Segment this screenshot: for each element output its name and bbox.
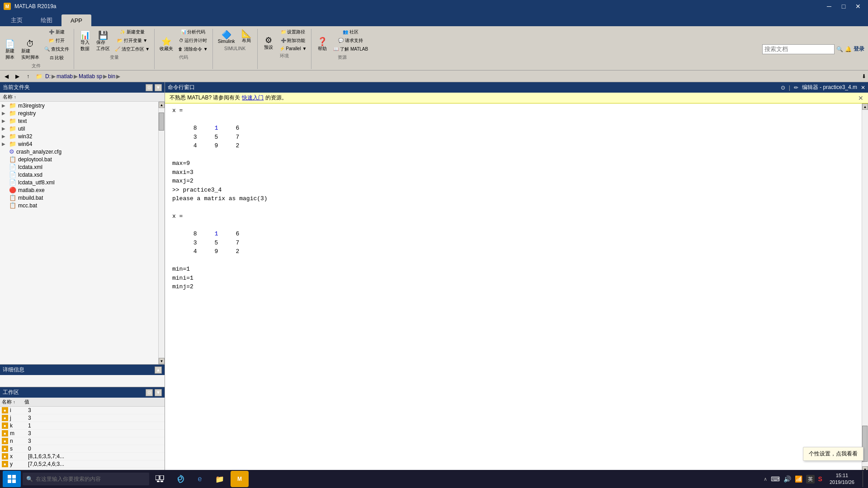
list-item[interactable]: 📄 lcdata_utf8.xml	[0, 178, 158, 186]
clear-cmd-button[interactable]: 🗑 清除命令 ▼	[176, 45, 209, 53]
favorites-button[interactable]: ⭐ 收藏夹	[157, 36, 175, 53]
request-support-button[interactable]: 💬 请求支持	[331, 37, 370, 45]
notice-close-button[interactable]: ✕	[858, 94, 863, 102]
list-item[interactable]: 📄 lcdata.xsd	[0, 171, 158, 178]
list-item[interactable]: ▶ 📁 util	[0, 125, 158, 132]
task-view-button[interactable]	[151, 471, 169, 487]
list-item[interactable]: 📄 lcdata.xml	[0, 163, 158, 171]
details-expand-button[interactable]: ▲	[155, 366, 162, 374]
new-var-button[interactable]: ✨ 新建变量	[113, 28, 151, 36]
taskbar-clock[interactable]: 15:11 2019/10/26	[826, 472, 858, 486]
learn-matlab-button[interactable]: 📖 了解 MATLAB	[331, 45, 370, 53]
list-item[interactable]: 📋 mcc.bat	[0, 202, 158, 209]
ws-item-n[interactable]: ■ n 3	[0, 437, 165, 445]
ws-name-col[interactable]: 名称 ↑	[2, 399, 24, 405]
address-expand-icon[interactable]: ⬇	[862, 73, 866, 80]
sogou-icon[interactable]: S	[818, 475, 822, 483]
preferences-button[interactable]: ⚙ 预设	[260, 35, 277, 52]
help-button[interactable]: ❓ 帮助	[314, 36, 330, 53]
nav-back-button[interactable]: ◀	[2, 72, 11, 81]
set-path-button[interactable]: 📁 设置路径	[278, 28, 309, 36]
community-button[interactable]: 👥 社区	[331, 28, 370, 36]
tab-plot[interactable]: 绘图	[32, 14, 61, 26]
open-var-button[interactable]: 📂 打开变量 ▼	[113, 37, 151, 45]
matlab-taskbar-button[interactable]: M	[231, 471, 249, 487]
list-item[interactable]: ▶ 📁 text	[0, 117, 158, 125]
compare-button[interactable]: ⚖ 比较	[42, 54, 71, 62]
notice-suffix: 的资源。	[265, 94, 287, 102]
parallel-button[interactable]: ⚡ Parallel ▼	[278, 45, 309, 52]
show-desktop-button[interactable]	[863, 471, 865, 487]
new-live-script-button[interactable]: ⏱ 新建实时脚本	[19, 38, 42, 62]
path-bin[interactable]: bin	[108, 73, 115, 80]
ws-item-j[interactable]: ■ j 3	[0, 414, 165, 422]
list-item[interactable]: ▶ 📁 win64	[0, 140, 158, 148]
tab-home[interactable]: 主页	[2, 14, 32, 26]
ws-item-y[interactable]: ■ y [7,0,5;2,4,6;3...	[0, 460, 165, 468]
lang-indicator[interactable]: 英	[806, 475, 815, 483]
start-button[interactable]	[3, 471, 21, 487]
tray-expand-button[interactable]: ∧	[764, 476, 767, 482]
list-item[interactable]: 📋 mbuild.bat	[0, 194, 158, 202]
close-button[interactable]: ✕	[852, 2, 864, 11]
volume-icon[interactable]: 🔊	[783, 475, 791, 483]
new-script-button[interactable]: 📄 新建脚本	[2, 38, 18, 62]
browse-folder-button[interactable]: 📁	[34, 72, 43, 81]
list-item[interactable]: 🔴 matlab.exe	[0, 186, 158, 194]
list-item[interactable]: ▶ 📁 win32	[0, 132, 158, 140]
col-name-label[interactable]: 名称 ↑	[3, 94, 16, 100]
list-item[interactable]: ⚙ crash_analyzer.cfg	[0, 148, 158, 155]
file-browser-scrollbar[interactable]: ▲ ▼	[158, 102, 165, 364]
nav-forward-button[interactable]: ▶	[13, 72, 22, 81]
keyboard-icon[interactable]: ⌨	[771, 475, 780, 483]
tab-app[interactable]: APP	[61, 14, 91, 26]
path-d[interactable]: D:	[45, 73, 51, 80]
analyze-code-button[interactable]: 📊 分析代码	[176, 28, 209, 36]
list-item[interactable]: ▶ 📁 registry	[0, 109, 158, 117]
cmd-window-scrollbar[interactable]: ▲ ▼	[862, 103, 868, 473]
notice-link[interactable]: 快速入门	[242, 94, 264, 102]
cmd-header-close[interactable]: ✕	[861, 84, 865, 91]
find-files-button[interactable]: 🔍 查找文件	[42, 45, 71, 53]
clear-workspace-button[interactable]: 🧹 清空工作区 ▼	[113, 45, 151, 53]
path-matlab[interactable]: matlab	[57, 73, 73, 80]
cmd-header-icon1[interactable]: ⊙	[781, 84, 785, 91]
notify-icon[interactable]: 🔔	[845, 46, 852, 52]
search-icon[interactable]: 🔍	[836, 46, 843, 52]
file-browser-menu-button[interactable]: ▼	[155, 84, 162, 91]
simulink-button[interactable]: 🔷 Simulink	[216, 29, 237, 45]
taskbar-search-input[interactable]	[36, 476, 146, 482]
left-panel: 当前文件夹 ⊙ ▼ 名称 ↑ ▶ 📁 m3iregistry ▶	[0, 82, 165, 482]
run-time-button[interactable]: ⏱ 运行并计时	[176, 37, 209, 45]
edge-browser-button[interactable]	[171, 471, 189, 487]
login-button[interactable]: 登录	[854, 45, 864, 53]
ws-item-i[interactable]: ■ i 3	[0, 407, 165, 414]
workspace-title: 工作区	[3, 389, 19, 396]
save-workspace-button[interactable]: 💾 保存工作区	[94, 30, 112, 53]
open-button[interactable]: 📂 打开	[42, 37, 71, 45]
ws-item-k[interactable]: ■ k 1	[0, 422, 165, 430]
add-ons-button[interactable]: ➕ 附加功能	[278, 37, 309, 45]
scroll-up-btn[interactable]: ▲	[862, 103, 868, 110]
ws-item-s[interactable]: ■ s 0	[0, 445, 165, 453]
layout-button[interactable]: 📐 布局	[238, 28, 255, 45]
nav-up-button[interactable]: ↑	[24, 72, 33, 81]
list-item[interactable]: ▶ 📁 m3iregistry	[0, 102, 158, 109]
ie-browser-button[interactable]: e	[191, 471, 209, 487]
tooltip[interactable]: 个性设置，点我看看	[803, 447, 863, 461]
import-data-button[interactable]: 📊 导入数据	[77, 30, 93, 53]
list-item[interactable]: 📋 deploytool.bat	[0, 155, 158, 163]
network-icon[interactable]: 📶	[795, 475, 802, 483]
file-browser-expand-button[interactable]: ⊙	[146, 84, 153, 91]
search-input[interactable]	[762, 44, 835, 54]
workspace-expand-button[interactable]: ⊙	[146, 389, 153, 396]
workspace-menu-button[interactable]: ▼	[155, 389, 162, 396]
ws-item-m[interactable]: ■ m 3	[0, 430, 165, 437]
maximize-button[interactable]: □	[837, 2, 850, 11]
minimize-button[interactable]: ─	[823, 2, 835, 11]
ws-item-x[interactable]: ■ x [8,1,6;3,5,7;4...	[0, 453, 165, 460]
file-explorer-button[interactable]: 📁	[211, 471, 229, 487]
new-button[interactable]: ➕ 新建	[42, 28, 71, 36]
path-matlabsp[interactable]: Matlab sp	[79, 73, 102, 80]
ws-val-col[interactable]: 值	[24, 399, 29, 405]
